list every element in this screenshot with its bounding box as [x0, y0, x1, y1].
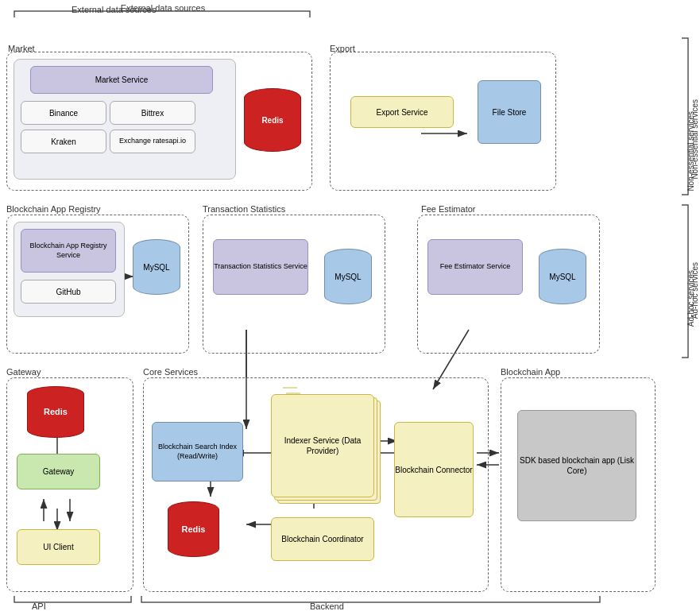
- transaction-statistics-label: Transaction Statistics: [203, 204, 285, 214]
- core-services-box: Blockchain Search Index (Read/Write) Red…: [143, 377, 489, 592]
- api-label: API: [32, 601, 46, 611]
- mysql2-component: MySQL: [324, 249, 372, 304]
- market-box: Market Service Binance Bittrex Kraken Ex…: [6, 52, 312, 191]
- indexer-service-component: Indexer Service (Data Provider): [271, 394, 374, 497]
- ad-hoc-label: Ad-hoc services: [690, 262, 699, 319]
- transaction-statistics-service-component: Transaction Statistics Service: [213, 239, 308, 295]
- ui-client-component: UI Client: [17, 529, 100, 565]
- blockchain-search-index-component: Blockchain Search Index (Read/Write): [152, 422, 243, 482]
- external-data-sources-text: External data sources: [72, 5, 156, 14]
- fee-estimator-service-component: Fee Estimator Service: [427, 239, 523, 295]
- blockchain-registry-box: Blockchain App Registry Service GitHub M…: [6, 215, 189, 354]
- gateway-component: Gateway: [17, 454, 100, 489]
- blockchain-app-label: Blockchain App: [501, 367, 560, 377]
- blockchain-coordinator-component: Blockchain Coordinator: [271, 517, 374, 561]
- non-essential-label: Non-essential services: [690, 99, 699, 180]
- fee-estimator-label: Fee Estimator: [421, 204, 475, 214]
- fee-estimator-box: Fee Estimator Service MySQL: [417, 215, 600, 354]
- redis1-component: Redis: [244, 88, 301, 152]
- kraken-component: Kraken: [21, 130, 106, 153]
- mysql3-component: MySQL: [539, 249, 586, 304]
- exchange-ratesapi-component: Exchange ratesapi.io: [110, 130, 195, 153]
- diagram-container: External data sources Non-essential serv…: [0, 0, 700, 615]
- market-service-component: Market Service: [30, 66, 213, 94]
- indexer-service-stack: Indexer Service (Data Provider): [271, 394, 382, 513]
- blockchain-registry-label: Blockchain App Registry: [6, 204, 101, 214]
- redis2-component: Redis: [27, 386, 84, 438]
- backend-label: Backend: [310, 601, 344, 611]
- gateway-label: Gateway: [6, 367, 41, 377]
- binance-component: Binance: [21, 101, 106, 125]
- github-component: GitHub: [21, 280, 116, 304]
- blockchain-app-box: SDK based blockchain app (Lisk Core): [501, 377, 656, 592]
- export-box: Export Service File Store: [330, 52, 556, 191]
- mysql1-component: MySQL: [133, 239, 180, 295]
- file-store-component: File Store: [478, 80, 541, 144]
- core-services-label: Core Services: [143, 367, 198, 377]
- redis3-component: Redis: [168, 501, 219, 557]
- transaction-statistics-box: Transaction Statistics Service MySQL: [203, 215, 385, 354]
- bittrex-component: Bittrex: [110, 101, 195, 125]
- blockchain-connector-component: Blockchain Connector: [394, 422, 474, 517]
- blockchain-registry-service-component: Blockchain App Registry Service: [21, 229, 116, 273]
- gateway-box: Redis Gateway UI Client: [6, 377, 133, 592]
- sdk-blockchain-app-component: SDK based blockchain app (Lisk Core): [517, 410, 636, 521]
- export-service-component: Export Service: [350, 96, 454, 128]
